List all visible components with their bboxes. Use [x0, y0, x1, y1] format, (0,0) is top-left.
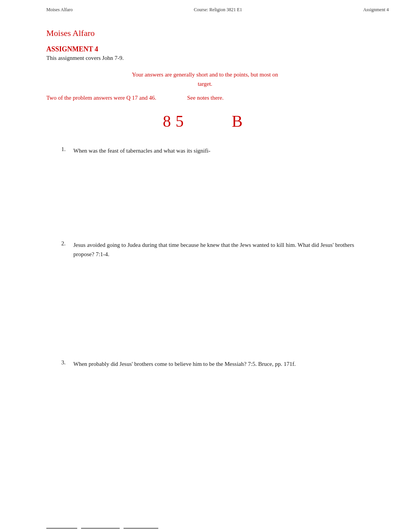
question-text: Jesus avoided going to Judea during that… [73, 240, 364, 259]
footer-line-2 [81, 528, 120, 529]
page: Moises Alfaro Course: Religion 3821 E1 A… [0, 0, 410, 532]
problem-note: Two of the problem answers were Q 17 and… [46, 95, 364, 101]
questions-section: 1. When was the feast of tabernacles and… [46, 146, 364, 369]
question-spacer-2 [46, 259, 364, 359]
grade-section: 85 B [46, 112, 364, 131]
question-number: 3. [46, 359, 73, 369]
question-spacer-1 [46, 155, 364, 240]
main-content: Moises Alfaro ASSIGNMENT 4 This assignme… [0, 17, 410, 384]
question-item: 1. When was the feast of tabernacles and… [46, 146, 364, 155]
grade-letter: B [232, 112, 247, 130]
question-number: 1. [46, 146, 73, 155]
footer [0, 524, 410, 532]
question-text: When probably did Jesus' brothers come t… [73, 359, 364, 369]
assignment-title: ASSIGNMENT 4 [46, 45, 364, 53]
question-text: When was the feast of tabernacles and wh… [73, 146, 364, 155]
header: Moises Alfaro Course: Religion 3821 E1 A… [0, 0, 410, 17]
header-assignment: Assignment 4 [363, 7, 389, 13]
problem-note-left: Two of the problem answers were Q 17 and… [46, 95, 156, 101]
problem-note-right: See notes there. [187, 95, 224, 101]
question-item: 2. Jesus avoided going to Judea during t… [46, 240, 364, 259]
header-student-name: Moises Alfaro [46, 7, 73, 13]
grade-score: 85 [163, 112, 188, 130]
feedback-line1: Your answers are generally short and to … [132, 71, 278, 78]
question-item: 3. When probably did Jesus' brothers com… [46, 359, 364, 369]
assignment-subtitle: This assignment covers John 7-9. [46, 55, 364, 61]
feedback-note: Your answers are generally short and to … [46, 70, 364, 88]
student-name-heading: Moises Alfaro [46, 28, 364, 38]
feedback-line2: target. [198, 81, 212, 87]
header-course: Course: Religion 3821 E1 [194, 7, 242, 13]
footer-line-3 [124, 528, 158, 529]
question-number: 2. [46, 240, 73, 259]
footer-line-1 [46, 528, 77, 529]
